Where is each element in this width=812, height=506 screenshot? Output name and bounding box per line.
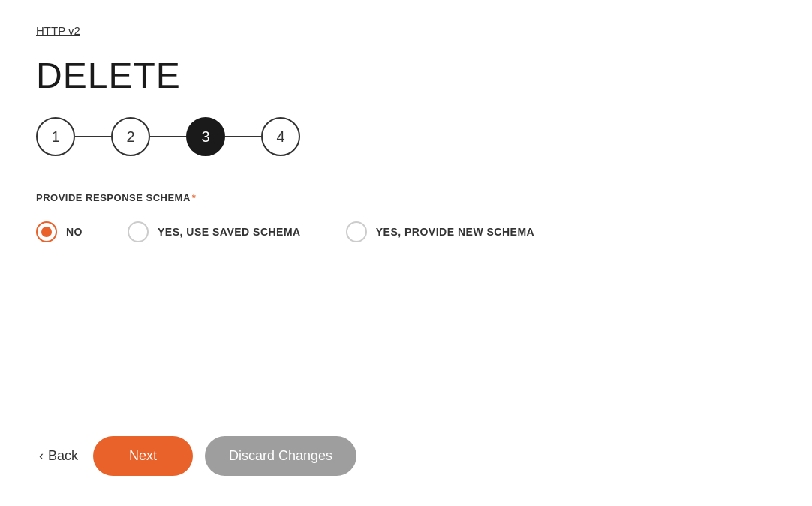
step-4[interactable]: 4	[261, 117, 300, 156]
radio-circle-no	[36, 221, 57, 242]
step-connector-1-2	[75, 136, 111, 137]
step-3[interactable]: 3	[186, 117, 225, 156]
step-connector-2-3	[150, 136, 186, 137]
bottom-actions: ‹ Back Next Discard Changes	[36, 436, 356, 476]
step-connector-3-4	[225, 136, 261, 137]
radio-option-yes-saved[interactable]: YES, USE SAVED SCHEMA	[128, 221, 301, 242]
step-2[interactable]: 2	[111, 117, 150, 156]
step-1[interactable]: 1	[36, 117, 75, 156]
section-label: PROVIDE RESPONSE SCHEMA*	[36, 192, 776, 203]
radio-group: NO YES, USE SAVED SCHEMA YES, PROVIDE NE…	[36, 221, 776, 242]
page-container: HTTP v2 DELETE 1 2 3 4 PROVIDE RESPONSE …	[0, 0, 812, 506]
steps-container: 1 2 3 4	[36, 117, 776, 156]
back-button[interactable]: ‹ Back	[36, 442, 81, 470]
radio-label-yes-new: YES, PROVIDE NEW SCHEMA	[376, 226, 534, 238]
breadcrumb-link[interactable]: HTTP v2	[36, 24, 80, 37]
radio-label-no: NO	[66, 226, 83, 238]
discard-changes-button[interactable]: Discard Changes	[205, 436, 356, 476]
radio-circle-yes-saved	[128, 221, 149, 242]
page-title: DELETE	[36, 55, 776, 96]
required-marker: *	[192, 192, 197, 203]
radio-option-yes-new[interactable]: YES, PROVIDE NEW SCHEMA	[346, 221, 534, 242]
radio-option-no[interactable]: NO	[36, 221, 83, 242]
chevron-left-icon: ‹	[39, 448, 44, 464]
radio-label-yes-saved: YES, USE SAVED SCHEMA	[158, 226, 301, 238]
radio-circle-yes-new	[346, 221, 367, 242]
next-button[interactable]: Next	[93, 436, 193, 476]
